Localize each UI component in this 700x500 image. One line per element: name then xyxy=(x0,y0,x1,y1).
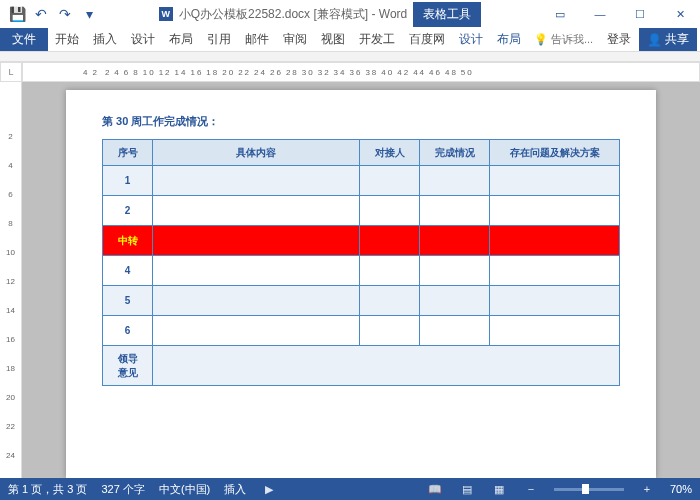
cell[interactable] xyxy=(490,226,620,256)
read-mode-icon[interactable]: 📖 xyxy=(426,483,444,496)
table-footer-row[interactable]: 领导 意见 xyxy=(103,346,620,386)
status-insert-mode[interactable]: 插入 xyxy=(224,482,246,497)
tab-mailings[interactable]: 邮件 xyxy=(238,28,276,51)
redo-icon[interactable]: ↷ xyxy=(54,3,76,25)
ruler-tick: 38 xyxy=(365,68,378,77)
cell-seq[interactable]: 4 xyxy=(103,256,153,286)
tab-baidu[interactable]: 百度网 xyxy=(402,28,452,51)
table-row[interactable]: 6 xyxy=(103,316,620,346)
tab-developer[interactable]: 开发工 xyxy=(352,28,402,51)
table-row[interactable]: 1 xyxy=(103,166,620,196)
ruler-tick: 24 xyxy=(6,451,15,460)
close-icon[interactable]: ✕ xyxy=(660,0,700,28)
work-table[interactable]: 序号 具体内容 对接人 完成情况 存在问题及解决方案 12中转456领导 意见 xyxy=(102,139,620,386)
ruler-tick: 8 xyxy=(8,219,12,228)
cell[interactable] xyxy=(153,166,360,196)
cell[interactable] xyxy=(153,226,360,256)
cell[interactable] xyxy=(420,256,490,286)
horizontal-ruler[interactable]: 4224681012141618202224262830323436384042… xyxy=(22,62,700,82)
cell[interactable] xyxy=(153,256,360,286)
ruler-tick: 14 xyxy=(6,306,15,315)
minimize-icon[interactable]: — xyxy=(580,0,620,28)
tell-me-label: 告诉我... xyxy=(551,32,593,47)
ruler-tick: 42 xyxy=(397,68,410,77)
tell-me-search[interactable]: 💡告诉我... xyxy=(528,32,599,47)
ruler-tick: 12 xyxy=(159,68,172,77)
table-header-row: 序号 具体内容 对接人 完成情况 存在问题及解决方案 xyxy=(103,140,620,166)
share-button[interactable]: 👤共享 xyxy=(639,28,697,51)
cell-leader-opinion[interactable]: 领导 意见 xyxy=(103,346,153,386)
ruler-tick: 50 xyxy=(461,68,474,77)
cell-seq[interactable]: 中转 xyxy=(103,226,153,256)
cell-seq[interactable]: 2 xyxy=(103,196,153,226)
maximize-icon[interactable]: ☐ xyxy=(620,0,660,28)
web-layout-icon[interactable]: ▦ xyxy=(490,483,508,496)
table-row[interactable]: 5 xyxy=(103,286,620,316)
ruler-tick: 44 xyxy=(413,68,426,77)
cell[interactable] xyxy=(420,196,490,226)
table-row[interactable]: 2 xyxy=(103,196,620,226)
tab-references[interactable]: 引用 xyxy=(200,28,238,51)
table-row[interactable]: 中转 xyxy=(103,226,620,256)
ruler-tick: 40 xyxy=(381,68,394,77)
cell[interactable] xyxy=(153,316,360,346)
ruler-tick: 32 xyxy=(318,68,331,77)
tab-home[interactable]: 开始 xyxy=(48,28,86,51)
ruler-tick: 4 xyxy=(83,68,89,77)
cell-seq[interactable]: 1 xyxy=(103,166,153,196)
tab-view[interactable]: 视图 xyxy=(314,28,352,51)
document-area[interactable]: 第 30 周工作完成情况： 序号 具体内容 对接人 完成情况 存在问题及解决方案… xyxy=(22,82,700,478)
cell[interactable] xyxy=(420,226,490,256)
col-contact: 对接人 xyxy=(360,140,420,166)
zoom-out-icon[interactable]: − xyxy=(522,483,540,495)
save-icon[interactable]: 💾 xyxy=(6,3,28,25)
qat-dropdown-icon[interactable]: ▾ xyxy=(78,3,100,25)
tab-table-design[interactable]: 设计 xyxy=(452,28,490,51)
tab-table-layout[interactable]: 布局 xyxy=(490,28,528,51)
tab-layout[interactable]: 布局 xyxy=(162,28,200,51)
status-macro-icon[interactable]: ▶ xyxy=(260,483,278,496)
login-link[interactable]: 登录 xyxy=(599,31,639,48)
tab-insert[interactable]: 插入 xyxy=(86,28,124,51)
cell[interactable] xyxy=(360,166,420,196)
cell[interactable] xyxy=(360,196,420,226)
col-content: 具体内容 xyxy=(153,140,360,166)
cell[interactable] xyxy=(153,346,620,386)
cell[interactable] xyxy=(490,196,620,226)
cell-seq[interactable]: 5 xyxy=(103,286,153,316)
person-icon: 👤 xyxy=(647,33,662,47)
undo-icon[interactable]: ↶ xyxy=(30,3,52,25)
title-bar: 💾 ↶ ↷ ▾ W 小Q办公模板22582.docx [兼容模式] - Word… xyxy=(0,0,700,28)
ruler-tick: 4 xyxy=(114,68,120,77)
cell[interactable] xyxy=(420,166,490,196)
zoom-level[interactable]: 70% xyxy=(670,483,692,495)
cell[interactable] xyxy=(490,286,620,316)
cell[interactable] xyxy=(360,316,420,346)
status-word-count[interactable]: 327 个字 xyxy=(101,482,144,497)
status-page[interactable]: 第 1 页，共 3 页 xyxy=(8,482,87,497)
ruler-tick: 12 xyxy=(6,277,15,286)
vertical-ruler[interactable]: 24681012141618202224 xyxy=(0,82,22,478)
cell[interactable] xyxy=(490,256,620,286)
cell-seq[interactable]: 6 xyxy=(103,316,153,346)
table-row[interactable]: 4 xyxy=(103,256,620,286)
ribbon-options-icon[interactable]: ▭ xyxy=(540,0,580,28)
ruler-tick: 22 xyxy=(6,422,15,431)
ruler-tick: 20 xyxy=(222,68,235,77)
zoom-in-icon[interactable]: + xyxy=(638,483,656,495)
cell[interactable] xyxy=(490,316,620,346)
cell[interactable] xyxy=(153,196,360,226)
tab-review[interactable]: 审阅 xyxy=(276,28,314,51)
cell[interactable] xyxy=(360,256,420,286)
cell[interactable] xyxy=(360,226,420,256)
zoom-slider[interactable] xyxy=(554,488,624,491)
cell[interactable] xyxy=(420,316,490,346)
cell[interactable] xyxy=(490,166,620,196)
cell[interactable] xyxy=(153,286,360,316)
status-language[interactable]: 中文(中国) xyxy=(159,482,210,497)
print-layout-icon[interactable]: ▤ xyxy=(458,483,476,496)
cell[interactable] xyxy=(420,286,490,316)
tab-design[interactable]: 设计 xyxy=(124,28,162,51)
cell[interactable] xyxy=(360,286,420,316)
file-tab[interactable]: 文件 xyxy=(0,28,48,51)
